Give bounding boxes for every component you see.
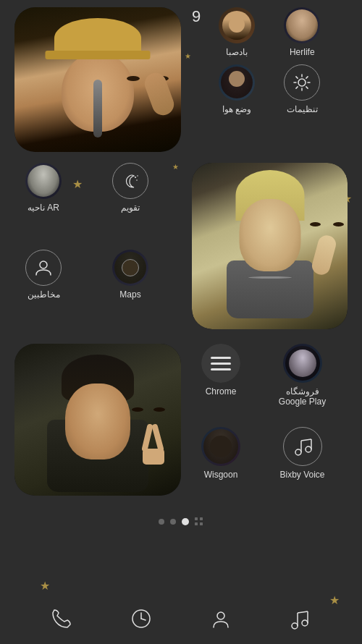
grid-dot-2 bbox=[200, 517, 203, 520]
middle-section: AR ناحیه تقویم bbox=[0, 163, 362, 329]
page-dot-3-active[interactable] bbox=[182, 518, 189, 525]
contacts-icon-container bbox=[25, 250, 62, 286]
clock-icon bbox=[130, 607, 153, 630]
bixby-icon-container bbox=[283, 427, 322, 466]
svg-point-4 bbox=[40, 261, 47, 268]
star-decoration-6: ★ bbox=[185, 52, 191, 60]
chrome-icon-container bbox=[201, 344, 240, 383]
contacts-dock-icon bbox=[209, 607, 232, 630]
svg-line-13 bbox=[141, 619, 146, 620]
calendar-icon bbox=[119, 170, 141, 192]
right-apps-top: 9 بادصبا Herlife bbox=[192, 7, 331, 114]
page-dot-2[interactable] bbox=[170, 519, 176, 525]
app-contacts-label: مخاطبین bbox=[28, 289, 60, 300]
phone-icon bbox=[50, 607, 73, 630]
app-wisgoon[interactable]: Wisgoon bbox=[192, 427, 250, 503]
home-screen: ★ ★ ★ ★ ★ ★ bbox=[0, 0, 362, 644]
app-bixby-label: Bixby Voice bbox=[279, 470, 324, 480]
app-chrome[interactable]: Chrome bbox=[192, 344, 250, 420]
app-calendar-label: تقویم bbox=[121, 203, 140, 213]
right-apps-bottom: Chrome فروشگاه Google Play Wisgoon bbox=[192, 344, 348, 503]
top-number-area: 9 bbox=[192, 7, 201, 26]
dock-phone[interactable] bbox=[50, 607, 73, 630]
svg-line-10 bbox=[301, 439, 311, 441]
dock-contacts[interactable] bbox=[209, 607, 232, 630]
app-vaze-hava[interactable]: وضع هوا bbox=[208, 64, 266, 114]
svg-rect-5 bbox=[143, 449, 164, 465]
music-note-icon bbox=[291, 435, 314, 458]
svg-line-19 bbox=[298, 611, 308, 613]
google-play-icon-container bbox=[283, 344, 322, 383]
left-apps-grid: AR ناحیه تقویم bbox=[14, 163, 181, 329]
bottom-section: Chrome فروشگاه Google Play Wisgoon bbox=[0, 336, 362, 503]
star-decoration-1: ★ bbox=[72, 177, 83, 191]
person-icon bbox=[33, 258, 54, 278]
svg-point-6 bbox=[295, 449, 301, 455]
app-herlife-label: Herlife bbox=[290, 47, 315, 57]
settings-icon-container bbox=[284, 64, 320, 101]
page-dot-grid[interactable] bbox=[195, 517, 203, 526]
app-maps-label: Maps bbox=[119, 289, 140, 300]
app-google-play-label: فروشگاه Google Play bbox=[274, 386, 332, 407]
settings-gear-icon bbox=[291, 72, 313, 93]
grid-dot-3 bbox=[195, 522, 198, 525]
v-sign-icon bbox=[139, 423, 168, 467]
svg-point-1 bbox=[135, 177, 136, 178]
grid-dot-4 bbox=[200, 522, 203, 525]
app-chrome-label: Chrome bbox=[206, 386, 237, 397]
svg-point-7 bbox=[306, 446, 311, 452]
top-section: 9 بادصبا Herlife bbox=[0, 0, 362, 159]
calendar-icon-container bbox=[112, 163, 148, 199]
bottom-dock bbox=[0, 593, 362, 644]
app-calendar[interactable]: تقویم bbox=[101, 163, 159, 242]
app-badsoba[interactable]: بادصبا bbox=[208, 7, 266, 57]
app-settings-label: تنظیمات bbox=[287, 104, 318, 114]
svg-point-16 bbox=[302, 620, 308, 626]
app-vaze-label: وضع هوا bbox=[222, 104, 251, 114]
svg-point-2 bbox=[137, 175, 138, 177]
hero-image-1 bbox=[14, 7, 181, 152]
dock-music[interactable] bbox=[289, 607, 312, 630]
svg-point-3 bbox=[136, 179, 138, 181]
star-decoration-4: ★ bbox=[40, 579, 50, 593]
app-badsoba-label: بادصبا bbox=[226, 47, 248, 57]
music-dock-icon bbox=[289, 607, 312, 630]
dock-clock[interactable] bbox=[130, 607, 153, 630]
hero-image-3 bbox=[14, 344, 181, 496]
svg-point-0 bbox=[298, 79, 306, 86]
app-ar[interactable]: AR ناحیه bbox=[14, 163, 72, 242]
svg-point-14 bbox=[217, 612, 224, 619]
page-dot-1[interactable] bbox=[159, 519, 164, 525]
app-contacts[interactable]: مخاطبین bbox=[14, 250, 72, 329]
wisgoon-icon-container bbox=[201, 427, 240, 466]
grid-dot-1 bbox=[195, 517, 198, 520]
app-herlife[interactable]: Herlife bbox=[273, 7, 331, 57]
hero-image-2 bbox=[192, 163, 348, 329]
app-wisgoon-label: Wisgoon bbox=[204, 470, 238, 480]
app-google-play[interactable]: فروشگاه Google Play bbox=[274, 344, 332, 420]
number-display: 9 bbox=[192, 7, 201, 26]
app-settings[interactable]: تنظیمات bbox=[273, 64, 331, 114]
app-maps[interactable]: Maps bbox=[101, 250, 159, 329]
star-decoration-2: ★ bbox=[172, 163, 179, 171]
svg-point-15 bbox=[292, 623, 298, 629]
app-ar-label: AR ناحیه bbox=[28, 203, 59, 213]
page-indicators bbox=[0, 514, 362, 530]
app-bixby[interactable]: Bixby Voice bbox=[274, 427, 332, 503]
